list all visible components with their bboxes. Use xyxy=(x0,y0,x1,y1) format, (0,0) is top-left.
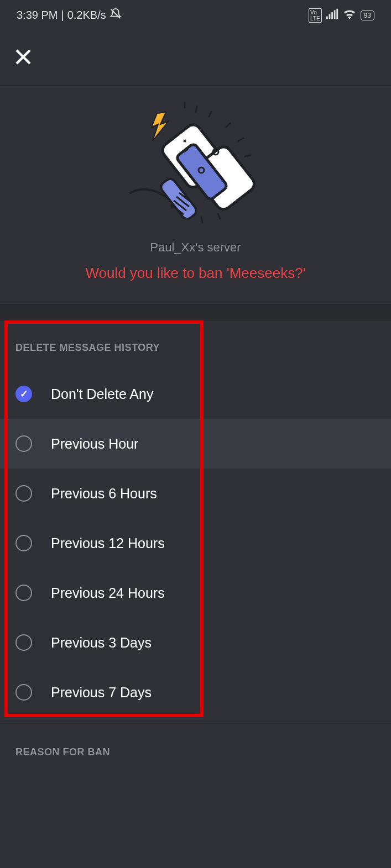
svg-line-9 xyxy=(196,107,197,112)
svg-line-16 xyxy=(218,214,220,219)
radio-button[interactable] xyxy=(15,634,32,651)
reason-section: REASON FOR BAN xyxy=(0,722,391,774)
svg-rect-4 xyxy=(333,10,335,19)
reason-title: REASON FOR BAN xyxy=(0,746,391,774)
delete-option-row[interactable]: Previous 3 Days xyxy=(0,618,391,667)
svg-rect-3 xyxy=(331,12,333,19)
option-label: Previous 12 Hours xyxy=(51,535,165,551)
battery-icon: 93 xyxy=(361,10,374,20)
delete-history-title: DELETE MESSAGE HISTORY xyxy=(0,342,391,369)
svg-line-13 xyxy=(245,155,251,156)
status-data-rate: 0.2KB/s xyxy=(67,9,106,22)
delete-option-row[interactable]: Previous 7 Days xyxy=(0,667,391,717)
server-name: Paul_Xx's server xyxy=(0,240,391,255)
svg-line-10 xyxy=(209,112,211,117)
section-divider xyxy=(0,304,391,321)
option-label: Previous 6 Hours xyxy=(51,486,157,502)
bell-mute-icon xyxy=(110,8,122,23)
radio-button[interactable] xyxy=(15,535,32,551)
radio-button[interactable] xyxy=(15,684,32,701)
radio-button[interactable] xyxy=(15,485,32,502)
delete-option-row[interactable]: Previous Hour xyxy=(0,419,391,469)
header xyxy=(0,30,391,86)
svg-rect-2 xyxy=(329,14,330,19)
status-left: 3:39 PM | 0.2KB/s xyxy=(17,8,122,23)
wifi-icon xyxy=(343,8,356,22)
option-label: Previous 24 Hours xyxy=(51,585,165,601)
option-label: Don't Delete Any xyxy=(51,386,153,402)
status-time: 3:39 PM xyxy=(17,9,58,22)
option-label: Previous 3 Days xyxy=(51,635,152,651)
svg-rect-1 xyxy=(326,17,328,19)
option-label: Previous 7 Days xyxy=(51,685,152,701)
delete-option-row[interactable]: Previous 24 Hours xyxy=(0,568,391,618)
signal-icon xyxy=(326,8,338,22)
option-label: Previous Hour xyxy=(51,436,138,452)
radio-button[interactable] xyxy=(15,386,32,402)
ban-question: Would you like to ban 'Meeseeks?' xyxy=(0,265,391,282)
delete-option-row[interactable]: Previous 6 Hours xyxy=(0,469,391,518)
delete-option-row[interactable]: Previous 12 Hours xyxy=(0,518,391,568)
hero-section: Paul_Xx's server Would you like to ban '… xyxy=(0,86,391,304)
delete-option-row[interactable]: Don't Delete Any xyxy=(0,369,391,419)
status-bar: 3:39 PM | 0.2KB/s VoLTE 93 xyxy=(0,0,391,30)
status-separator: | xyxy=(61,9,64,22)
radio-button[interactable] xyxy=(15,585,32,601)
radio-button[interactable] xyxy=(15,435,32,452)
status-right: VoLTE 93 xyxy=(309,8,374,23)
svg-line-12 xyxy=(238,138,243,141)
svg-rect-5 xyxy=(336,9,338,19)
svg-line-15 xyxy=(201,217,202,223)
svg-line-11 xyxy=(226,123,230,127)
ban-hammer-illustration xyxy=(118,97,273,229)
close-icon[interactable] xyxy=(13,47,33,69)
lte-icon: VoLTE xyxy=(309,8,322,23)
delete-history-section: DELETE MESSAGE HISTORY Don't Delete AnyP… xyxy=(0,321,391,717)
